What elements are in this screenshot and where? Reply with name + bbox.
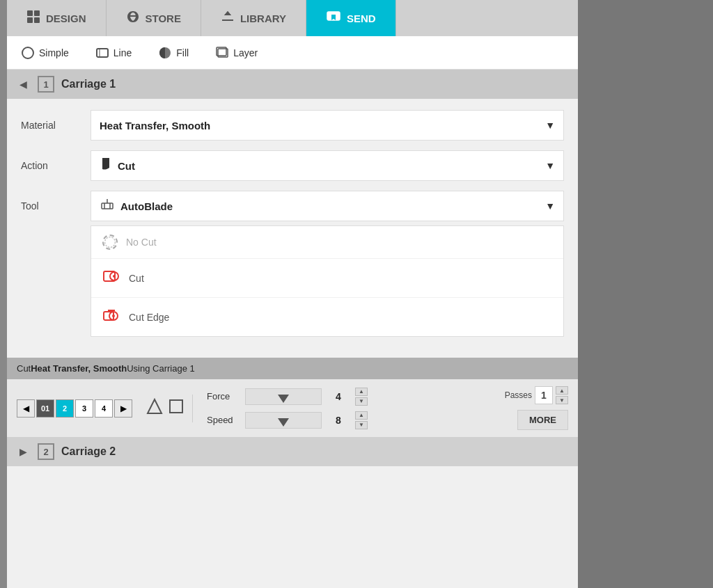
more-button[interactable]: MORE [517,410,568,430]
speed-slider[interactable] [245,412,322,429]
carriage2-title: Carriage 2 [61,445,116,458]
mat-item-4[interactable]: 4 [95,399,113,418]
line-icon [95,46,109,60]
speed-label: Speed [207,415,238,425]
mat-item-2[interactable]: 2 [56,399,74,418]
force-row: Force 4 ▲ ▼ [207,388,498,406]
tab-layer[interactable]: Layer [212,42,260,64]
action-blade-icon [100,157,112,175]
material-value: Heat Transfer, Smooth [100,120,210,132]
option-no-cut[interactable]: No Cut [91,226,563,259]
status-material-name: Heat Transfer, Smooth [31,363,127,374]
tool-dropdown[interactable]: AutoBlade ▼ [91,191,564,221]
tab-line[interactable]: Line [93,42,134,64]
tool-label: Tool [21,200,91,212]
action-value: Cut [118,160,135,172]
force-label: Force [207,391,238,402]
passes-group: Passes 1 ▲ ▼ MORE [505,386,568,430]
material-dropdown[interactable]: Heat Transfer, Smooth ▼ [91,110,564,141]
passes-down-btn[interactable]: ▼ [556,396,568,404]
force-stepper: ▲ ▼ [355,388,368,406]
carriage1-collapse-btn[interactable]: ◀ [15,77,31,92]
tab-simple[interactable]: Simple [18,42,72,64]
svg-point-9 [22,47,33,58]
tab-fill[interactable]: Fill [155,42,191,64]
force-down-btn[interactable]: ▼ [355,397,368,406]
cut-edge-label: Cut Edge [129,312,169,323]
option-cut-edge[interactable]: Cut Edge [91,298,563,336]
library-icon [221,10,235,27]
passes-up-btn[interactable]: ▲ [556,386,568,395]
speed-up-btn[interactable]: ▲ [355,411,368,420]
material-dropdown-arrow: ▼ [545,120,555,131]
svg-rect-27 [170,400,182,413]
mat-item-01[interactable]: 01 [36,399,54,418]
nav-send[interactable]: SEND [306,0,396,36]
status-text-suffix: Using Carriage 1 [127,363,195,374]
carriage2-header: ▶ 2 Carriage 2 [7,437,578,466]
mat-selector: ◀ 01 2 3 4 ▶ [17,399,132,418]
mode-tabs-bar: Simple Line Fill Layer [7,36,578,70]
carriage2-number: 2 [38,443,54,460]
store-icon [126,10,140,27]
speed-down-btn[interactable]: ▼ [355,421,368,429]
nav-store[interactable]: STORE [107,0,201,36]
fill-icon [158,46,172,60]
cut-label: Cut [129,273,144,284]
design-icon [26,10,40,27]
slider-group: Force 4 ▲ ▼ Speed 8 ▲ ▼ [207,388,498,429]
carriage2-expand-btn[interactable]: ▶ [15,444,31,459]
mat-item-3[interactable]: 3 [75,399,93,418]
store-label: STORE [146,13,181,24]
send-label: SEND [347,13,376,24]
speed-row: Speed 8 ▲ ▼ [207,411,498,429]
svg-rect-3 [34,17,40,23]
tool-value: AutoBlade [120,200,173,212]
status-text-prefix: Cut [17,363,31,374]
send-icon [326,9,341,28]
layer-icon [215,46,229,60]
option-cut[interactable]: Cut [91,259,563,298]
action-dropdown[interactable]: Cut ▼ [91,150,564,181]
triangle-icon [146,398,163,418]
mat-next-btn[interactable]: ▶ [114,399,132,418]
svg-rect-10 [97,49,108,57]
force-up-btn[interactable]: ▲ [355,388,368,396]
speed-slider-thumb [278,418,289,427]
passes-value: 1 [535,386,553,404]
simple-icon [21,46,35,60]
action-dropdown-arrow: ▼ [545,160,555,171]
svg-rect-1 [34,10,40,16]
svg-marker-5 [224,11,231,15]
library-label: LIBRARY [240,13,286,24]
controls-divider [192,395,193,422]
action-label: Action [21,160,91,171]
tool-dropdown-arrow: ▼ [545,200,555,212]
material-row: Material Heat Transfer, Smooth ▼ [21,110,564,141]
svg-marker-26 [148,399,162,413]
svg-rect-4 [222,19,233,21]
nav-design[interactable]: DESIGN [7,0,107,36]
svg-point-22 [113,275,116,278]
force-slider[interactable] [245,388,322,405]
shape-icons [146,398,184,418]
speed-value: 8 [329,415,348,426]
carriage1-number: 1 [38,76,54,93]
material-label: Material [21,120,91,131]
action-options-panel: No Cut Cut [91,225,564,337]
square-icon [169,399,184,418]
speed-stepper: ▲ ▼ [355,411,368,429]
cut-edge-icon [102,306,120,328]
force-slider-thumb [278,395,289,403]
svg-rect-0 [27,10,33,16]
layer-label: Layer [233,47,258,58]
tool-row: Tool AutoBlade ▼ [21,191,564,221]
nav-library[interactable]: LIBRARY [201,0,306,36]
tool-autoblade-icon [100,198,115,215]
carriage1-title: Carriage 1 [61,78,116,90]
passes-stepper: ▲ ▼ [556,386,568,404]
mat-prev-btn[interactable]: ◀ [17,399,35,418]
line-label: Line [113,47,132,58]
design-label: DESIGN [46,13,86,24]
passes-row: Passes 1 ▲ ▼ [505,386,568,404]
